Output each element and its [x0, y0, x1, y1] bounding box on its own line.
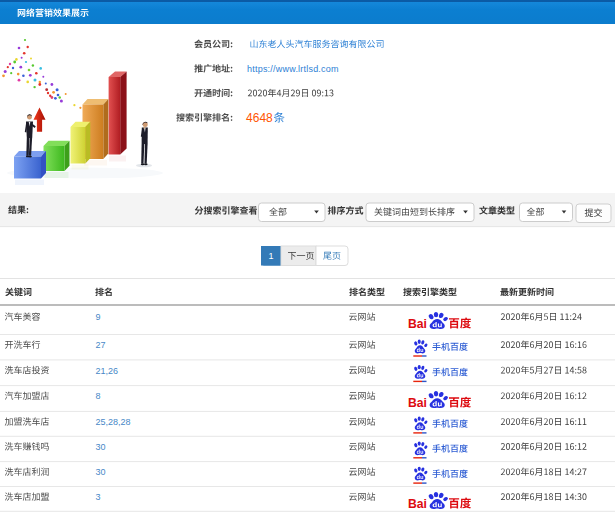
- svg-text:8: 8: [96, 391, 101, 401]
- svg-text:21,26: 21,26: [96, 366, 119, 376]
- svg-text:Bai: Bai: [408, 497, 427, 511]
- svg-text:30: 30: [96, 442, 106, 452]
- svg-text:Bai: Bai: [408, 317, 427, 331]
- svg-text:30: 30: [96, 467, 106, 477]
- svg-text:9: 9: [96, 312, 101, 322]
- svg-text:25,28,28: 25,28,28: [96, 417, 131, 427]
- svg-text:4648: 4648: [246, 111, 273, 125]
- svg-text:1: 1: [268, 251, 273, 261]
- svg-text:Bai: Bai: [408, 396, 427, 410]
- svg-text:27: 27: [96, 340, 106, 350]
- svg-text:3: 3: [96, 492, 101, 502]
- svg-text:https://www.lrtlsd.com: https://www.lrtlsd.com: [247, 64, 339, 74]
